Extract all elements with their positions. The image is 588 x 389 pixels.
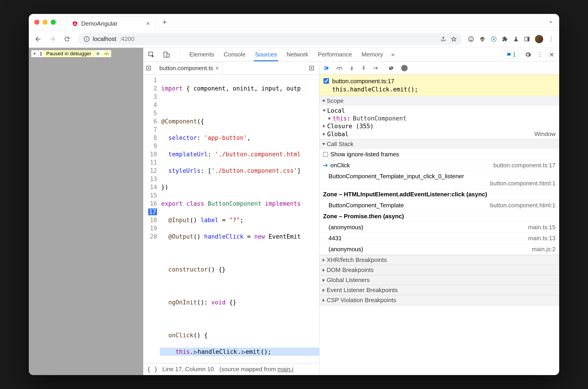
pause-on-exceptions-icon[interactable] (401, 65, 408, 71)
close-tab-button[interactable]: × (146, 20, 150, 27)
page-viewport: + 1 Paused in debugger (29, 48, 143, 375)
file-tab[interactable]: button.component.ts × (156, 63, 223, 74)
tab-title: DemoAngular (81, 20, 143, 27)
debugger-pane: button.component.ts:17 this.handleClick.… (319, 62, 559, 375)
xhr-breakpoints-header[interactable]: XHR/fetch Breakpoints (319, 255, 559, 265)
ext-icon-3[interactable] (490, 36, 497, 42)
step-out-icon[interactable] (361, 65, 366, 71)
source-map-link[interactable]: main.j (278, 366, 293, 373)
devtools-close-icon[interactable] (549, 52, 555, 58)
source-text[interactable]: import { component, oninit, input, outp … (160, 75, 319, 363)
global-listeners-header[interactable]: Global Listeners (319, 275, 559, 285)
overlay-step-icon[interactable] (102, 51, 111, 56)
tab-performance[interactable]: Performance (317, 48, 354, 61)
run-snippet-icon[interactable] (309, 65, 317, 71)
devtools-menu-icon[interactable]: ⋮ (537, 51, 543, 58)
stack-frame[interactable]: ➔onClickbutton.component.ts:17 (319, 160, 559, 171)
tab-console[interactable]: Console (222, 48, 247, 61)
show-ignored-frames[interactable]: Show ignore-listed frames (319, 149, 559, 160)
svg-point-3 (469, 36, 473, 41)
tab-elements[interactable]: Elements (188, 48, 215, 61)
overlay-resume-icon[interactable] (94, 51, 102, 56)
breakpoint-checkbox[interactable] (324, 78, 329, 84)
url-port: :4200 (120, 35, 134, 42)
tab-memory[interactable]: Memory (360, 48, 384, 61)
share-icon[interactable] (440, 36, 446, 42)
paused-overlay: + 1 Paused in debugger (31, 50, 111, 57)
navigator-toggle-icon[interactable] (146, 65, 156, 71)
site-info-icon[interactable] (84, 36, 90, 42)
toolbar: localhost:4200 ⋮ (29, 31, 559, 48)
issues-button[interactable]: 1 (504, 50, 519, 59)
svg-point-18 (339, 68, 340, 70)
event-listener-breakpoints-header[interactable]: Event Listener Breakpoints (319, 285, 559, 295)
stack-frame[interactable]: 4431main.ts:13 (319, 233, 559, 244)
editor-status-bar: { } Line 17, Column 10 (source mapped fr… (143, 363, 319, 375)
scope-global[interactable]: GlobalWindow (319, 130, 559, 138)
nav-back-button[interactable] (34, 35, 43, 43)
breakpoint-code: this.handleClick.emit(); (332, 85, 418, 94)
tab-network[interactable]: Network (285, 48, 310, 61)
browser-tab[interactable]: DemoAngular × (66, 17, 156, 31)
svg-rect-2 (86, 37, 87, 38)
scope-this[interactable]: this:ButtonComponent (319, 115, 559, 122)
stack-frame[interactable]: (anonymous)main.ts:15 (319, 222, 559, 233)
step-icon[interactable] (373, 65, 379, 71)
deactivate-breakpoints-icon[interactable] (388, 65, 395, 71)
add-button[interactable]: + (31, 50, 38, 57)
async-boundary: Zone – HTMLInputElement.addEventListener… (319, 189, 559, 200)
code-area[interactable]: 12345678910111213141516 17 181920 import… (143, 75, 319, 363)
close-window-button[interactable] (34, 20, 39, 25)
file-tab-close-icon[interactable]: × (216, 65, 219, 72)
ext-icon-2[interactable] (479, 36, 486, 42)
svg-rect-11 (527, 37, 529, 41)
resume-icon[interactable] (323, 65, 329, 71)
scope-section: Scope Local this:ButtonComponent Closure… (319, 96, 559, 139)
breakpoint-location[interactable]: button.component.ts:17 (332, 77, 418, 85)
pretty-print-icon[interactable]: { } (147, 366, 158, 373)
ext-icon-1[interactable] (468, 36, 474, 42)
stack-frame[interactable]: (anonymous)main.js:2 (319, 244, 559, 255)
bookmark-star-icon[interactable] (451, 36, 457, 42)
device-toggle-icon[interactable] (163, 51, 171, 58)
address-bar[interactable]: localhost:4200 (78, 33, 462, 45)
extensions-puzzle-icon[interactable] (502, 36, 508, 42)
svg-rect-1 (86, 38, 87, 40)
devtools: Elements Console Sources Network Perform… (143, 48, 559, 375)
line-gutter[interactable]: 12345678910111213141516 17 181920 (143, 75, 160, 363)
ext-sidepanel-icon[interactable] (524, 36, 530, 42)
step-over-icon[interactable] (336, 65, 343, 71)
ext-flask-icon[interactable] (513, 36, 519, 42)
csp-breakpoints-header[interactable]: CSP Violation Breakpoints (319, 295, 559, 305)
scope-closure[interactable]: Closure (355) (319, 122, 559, 130)
call-stack-section: Call Stack Show ignore-listed frames ➔on… (319, 139, 559, 255)
inspect-element-icon[interactable] (148, 51, 156, 58)
scope-local[interactable]: Local (319, 107, 559, 115)
file-tab-name: button.component.ts (159, 65, 213, 72)
issues-count: 1 (513, 51, 516, 58)
extensions: ⋮ (468, 35, 554, 43)
new-tab-button[interactable]: + (159, 18, 170, 27)
dom-breakpoints-header[interactable]: DOM Breakpoints (319, 265, 559, 275)
profile-avatar[interactable] (535, 35, 543, 43)
scope-header[interactable]: Scope (319, 96, 559, 106)
stack-frame[interactable]: ButtonComponent_Templatebutton.component… (319, 200, 559, 211)
svg-point-9 (493, 38, 495, 40)
tab-sources[interactable]: Sources (254, 48, 278, 61)
source-mapped-label: (source mapped from main.j (219, 366, 293, 373)
stack-frame[interactable]: ButtonComponent_Template_input_click_0_l… (319, 171, 559, 189)
tabs-more-icon[interactable]: » (391, 51, 394, 58)
nav-forward-button[interactable] (49, 35, 58, 43)
svg-point-5 (471, 38, 472, 39)
browser-menu-button[interactable]: ⋮ (548, 35, 554, 42)
svg-point-12 (106, 54, 107, 55)
tabs-overflow-button[interactable] (548, 19, 554, 25)
step-into-icon[interactable] (349, 65, 355, 71)
breakpoint-hit: button.component.ts:17 this.handleClick.… (319, 75, 559, 96)
maximize-window-button[interactable] (51, 20, 56, 25)
svg-point-21 (374, 68, 374, 68)
settings-gear-icon[interactable] (524, 51, 531, 58)
call-stack-header[interactable]: Call Stack (319, 139, 559, 149)
minimize-window-button[interactable] (42, 20, 48, 25)
reload-button[interactable] (64, 36, 73, 42)
